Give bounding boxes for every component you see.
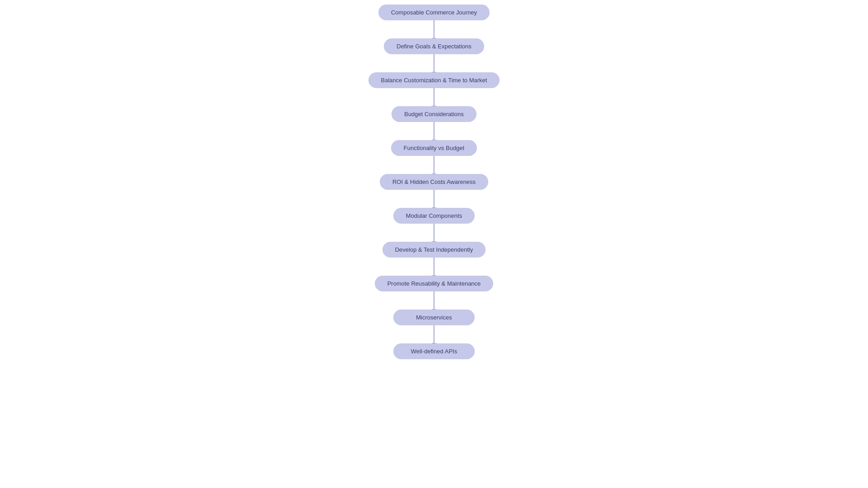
node-functionality-vs-budget[interactable]: Functionality vs Budget (391, 140, 477, 156)
connector-2-3 (434, 88, 434, 106)
connector-5-6 (434, 190, 434, 208)
connector-0-1 (434, 20, 434, 38)
node-modular-components[interactable]: Modular Components (393, 208, 475, 224)
connector-9-10 (434, 325, 434, 343)
node-well-defined-apis[interactable]: Well-defined APIs (393, 343, 475, 359)
connector-6-7 (434, 224, 434, 242)
node-microservices[interactable]: Microservices (393, 310, 475, 325)
node-budget-considerations[interactable]: Budget Considerations (392, 106, 476, 122)
node-promote-reusability[interactable]: Promote Reusability & Maintenance (375, 276, 494, 291)
connector-3-4 (434, 122, 434, 140)
node-define-goals[interactable]: Define Goals & Expectations (384, 38, 484, 54)
connector-7-8 (434, 258, 434, 276)
flowchart-container: Composable Commerce Journey Define Goals… (368, 0, 500, 359)
node-develop-test[interactable]: Develop & Test Independently (382, 242, 486, 258)
connector-1-2 (434, 54, 434, 72)
node-composable-commerce-journey[interactable]: Composable Commerce Journey (378, 5, 490, 20)
connector-4-5 (434, 156, 434, 174)
node-roi-hidden-costs[interactable]: ROI & Hidden Costs Awareness (380, 174, 488, 190)
node-balance-customization[interactable]: Balance Customization & Time to Market (368, 72, 500, 88)
connector-8-9 (434, 291, 434, 310)
